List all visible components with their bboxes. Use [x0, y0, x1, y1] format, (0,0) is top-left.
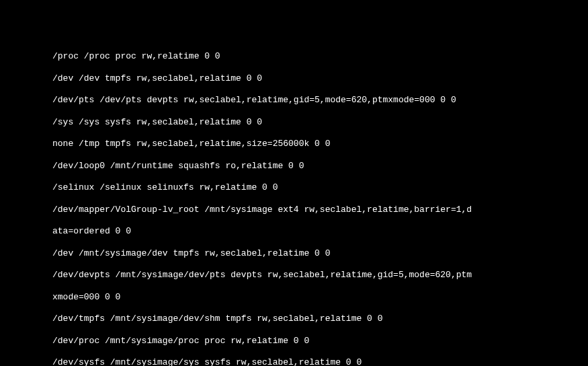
output-line: /dev/devpts /mnt/sysimage/dev/pts devpts… — [52, 270, 588, 281]
output-line: /dev /mnt/sysimage/dev tmpfs rw,seclabel… — [52, 248, 588, 259]
output-line: /dev /dev tmpfs rw,seclabel,relatime 0 0 — [52, 73, 588, 84]
terminal-output[interactable]: /proc /proc proc rw,relatime 0 0 /dev /d… — [0, 0, 588, 366]
output-line: ata=ordered 0 0 — [52, 226, 588, 237]
output-line: /sys /sys sysfs rw,seclabel,relatime 0 0 — [52, 117, 588, 128]
output-line: /dev/tmpfs /mnt/sysimage/dev/shm tmpfs r… — [52, 314, 588, 324]
output-line: xmode=000 0 0 — [52, 292, 588, 303]
output-line: /dev/sysfs /mnt/sysimage/sys sysfs rw,se… — [52, 357, 588, 366]
output-line: /dev/pts /dev/pts devpts rw,seclabel,rel… — [52, 95, 588, 106]
output-line: /proc /proc proc rw,relatime 0 0 — [52, 51, 588, 62]
output-line: none /tmp tmpfs rw,seclabel,relatime,siz… — [52, 139, 588, 149]
output-line: /dev/mapper/VolGroup-lv_root /mnt/sysima… — [52, 205, 588, 215]
output-line: /dev/proc /mnt/sysimage/proc proc rw,rel… — [52, 336, 588, 346]
output-line: /selinux /selinux selinuxfs rw,relatime … — [52, 182, 588, 193]
output-line: /dev/loop0 /mnt/runtime squashfs ro,rela… — [52, 161, 588, 172]
